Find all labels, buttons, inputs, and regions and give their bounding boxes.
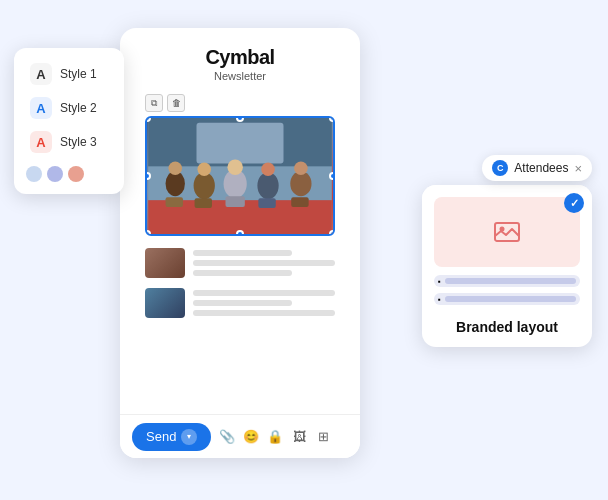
svg-point-6 bbox=[194, 172, 215, 199]
image-insert-icon[interactable]: 🖼 bbox=[291, 429, 307, 445]
handle-mr[interactable] bbox=[329, 172, 335, 180]
row-icon-2: ▪ bbox=[438, 295, 441, 304]
handle-bc[interactable] bbox=[236, 230, 244, 236]
people-svg bbox=[147, 118, 333, 234]
style-letter-2: A bbox=[30, 97, 52, 119]
text-lines-2 bbox=[193, 290, 335, 316]
text-line-long-3 bbox=[193, 310, 335, 316]
style-item-2[interactable]: A Style 2 bbox=[24, 92, 114, 124]
swatch-indigo[interactable] bbox=[47, 166, 63, 182]
toolbar-icons: 📎 😊 🔒 🖼 ⊞ bbox=[219, 429, 331, 445]
thumbnail-1 bbox=[145, 248, 185, 278]
branded-rows: ▪ ▪ bbox=[434, 275, 580, 305]
content-row-1 bbox=[145, 248, 335, 278]
handle-tr[interactable] bbox=[329, 116, 335, 122]
send-chevron-icon: ▾ bbox=[181, 429, 197, 445]
text-line-short-3 bbox=[193, 300, 292, 306]
attendees-pill: C Attendees × bbox=[482, 155, 592, 181]
branded-main-image bbox=[434, 197, 580, 267]
text-line-long-1 bbox=[193, 260, 335, 266]
branded-preview: ✓ ▪ ▪ bbox=[422, 185, 592, 311]
send-button[interactable]: Send ▾ bbox=[132, 423, 211, 451]
row-line-2 bbox=[445, 296, 576, 302]
image-delete-icon[interactable]: 🗑 bbox=[167, 94, 185, 112]
checkmark-badge: ✓ bbox=[564, 193, 584, 213]
image-placeholder-icon bbox=[493, 218, 521, 246]
svg-rect-16 bbox=[226, 196, 245, 207]
emoji-icon[interactable]: 😊 bbox=[243, 429, 259, 445]
svg-rect-18 bbox=[291, 197, 308, 207]
text-line-short-2 bbox=[193, 270, 292, 276]
color-swatches bbox=[24, 166, 114, 182]
style-letter-1: A bbox=[30, 63, 52, 85]
style-item-3[interactable]: A Style 3 bbox=[24, 126, 114, 158]
attendees-label: Attendees bbox=[514, 161, 568, 175]
row-icon-1: ▪ bbox=[438, 277, 441, 286]
swatch-red[interactable] bbox=[68, 166, 84, 182]
send-label: Send bbox=[146, 429, 176, 444]
attendees-dot: C bbox=[492, 160, 508, 176]
selected-image[interactable] bbox=[145, 116, 335, 236]
text-line-long-2 bbox=[193, 290, 335, 296]
newsletter-header: Cymbal Newsletter bbox=[205, 28, 274, 88]
svg-rect-17 bbox=[258, 198, 275, 208]
handle-br[interactable] bbox=[329, 230, 335, 236]
row-line-1 bbox=[445, 278, 576, 284]
content-rows bbox=[145, 248, 335, 328]
svg-point-7 bbox=[197, 162, 211, 176]
style-item-1[interactable]: A Style 1 bbox=[24, 58, 114, 90]
newsletter-toolbar: Send ▾ 📎 😊 🔒 🖼 ⊞ bbox=[120, 414, 360, 458]
style-label-1: Style 1 bbox=[60, 67, 97, 81]
svg-rect-14 bbox=[166, 197, 183, 207]
svg-rect-15 bbox=[195, 198, 212, 208]
newsletter-subtitle: Newsletter bbox=[205, 70, 274, 82]
text-line-short-1 bbox=[193, 250, 292, 256]
svg-point-10 bbox=[257, 172, 278, 199]
lock-icon[interactable]: 🔒 bbox=[267, 429, 283, 445]
image-toolbar: ⧉ 🗑 bbox=[145, 94, 335, 112]
grid-icon[interactable]: ⊞ bbox=[315, 429, 331, 445]
style-letter-3: A bbox=[30, 131, 52, 153]
branded-row-2: ▪ bbox=[434, 293, 580, 305]
svg-point-9 bbox=[227, 160, 242, 175]
svg-point-5 bbox=[168, 162, 182, 176]
newsletter-card: Cymbal Newsletter ⧉ 🗑 bbox=[120, 28, 360, 458]
attendees-close-icon[interactable]: × bbox=[574, 161, 582, 176]
content-row-2 bbox=[145, 288, 335, 318]
style-label-2: Style 2 bbox=[60, 101, 97, 115]
swatch-blue[interactable] bbox=[26, 166, 42, 182]
image-copy-icon[interactable]: ⧉ bbox=[145, 94, 163, 112]
attachment-icon[interactable]: 📎 bbox=[219, 429, 235, 445]
branded-layout-title: Branded layout bbox=[422, 311, 592, 347]
style-panel: A Style 1 A Style 2 A Style 3 bbox=[14, 48, 124, 194]
thumbnail-2 bbox=[145, 288, 185, 318]
conference-photo bbox=[147, 118, 333, 234]
style-label-3: Style 3 bbox=[60, 135, 97, 149]
svg-point-11 bbox=[261, 162, 275, 176]
newsletter-brand: Cymbal bbox=[205, 46, 274, 69]
svg-rect-2 bbox=[197, 123, 284, 164]
text-lines-1 bbox=[193, 250, 335, 276]
handle-bl[interactable] bbox=[145, 230, 151, 236]
image-selection-wrapper: ⧉ 🗑 bbox=[145, 94, 335, 236]
svg-point-13 bbox=[294, 162, 308, 176]
branded-row-1: ▪ bbox=[434, 275, 580, 287]
branded-layout-card[interactable]: ✓ ▪ ▪ Branded layout bbox=[422, 185, 592, 347]
